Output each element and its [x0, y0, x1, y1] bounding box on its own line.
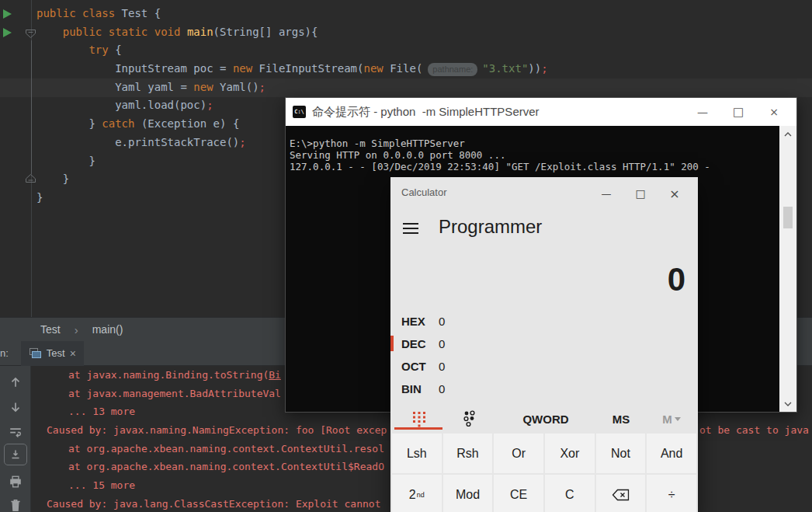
- code-token: FileInputStream(: [252, 62, 363, 75]
- console-window-icon: [29, 347, 42, 359]
- radix-value: 0: [439, 337, 445, 350]
- full-keypad-icon: [411, 410, 427, 427]
- calc-minimize-button[interactable]: —: [589, 177, 623, 210]
- cmd-minimize-button[interactable]: —: [685, 98, 720, 126]
- backspace-icon: [612, 489, 630, 501]
- code-token: "3.txt": [482, 62, 528, 75]
- breadcrumb-method[interactable]: main(): [92, 323, 123, 336]
- code-token: ;: [239, 136, 245, 148]
- cmd-window-title: 命令提示符 - python -m SimpleHTTPServer: [312, 105, 540, 120]
- run-main-gutter-icon[interactable]: [3, 28, 12, 37]
- parameter-hint: pathname:: [428, 63, 477, 76]
- calc-btn-not[interactable]: Not: [596, 434, 646, 473]
- calc-btn-second[interactable]: 2nd: [392, 475, 442, 512]
- cmd-scrollbar-thumb[interactable]: [783, 207, 793, 228]
- code-token: }: [36, 155, 95, 167]
- scroll-down-icon[interactable]: [779, 397, 796, 410]
- calculator-keypad: LshRshOrXorNotAnd2ndModCEC÷: [392, 434, 696, 512]
- cmd-app-icon: C:\: [293, 106, 306, 118]
- calc-btn-and[interactable]: And: [647, 434, 696, 473]
- run-panel-label: n:: [0, 347, 9, 359]
- print-icon[interactable]: [9, 475, 23, 489]
- calc-btn-clear-entry[interactable]: CE: [494, 475, 543, 512]
- calc-btn-clear[interactable]: C: [545, 475, 595, 512]
- cmd-maximize-button[interactable]: □: [720, 98, 756, 126]
- stacktrace-text: ... 13 more: [68, 406, 135, 417]
- calculator-title: Calculator: [401, 186, 447, 198]
- word-size-button[interactable]: QWORD: [495, 406, 596, 432]
- scroll-to-end-icon: [9, 448, 22, 461]
- calculator-titlebar[interactable]: Calculator — □ ×: [390, 177, 698, 210]
- radix-row-dec[interactable]: DEC0: [390, 333, 698, 355]
- chevron-down-icon: [675, 417, 681, 421]
- code-token: ;: [259, 81, 265, 93]
- code-token: yaml.load(poc): [36, 99, 206, 111]
- console-toolbar: [0, 366, 31, 512]
- calc-btn-label: Lsh: [407, 447, 427, 461]
- calc-btn-or[interactable]: Or: [494, 434, 543, 473]
- radix-value: 0: [439, 382, 445, 395]
- calc-btn-mod[interactable]: Mod: [443, 475, 493, 512]
- cmd-scrollbar[interactable]: [779, 126, 796, 412]
- calc-btn-xor[interactable]: Xor: [545, 434, 595, 473]
- radix-label: HEX: [401, 315, 439, 328]
- code-token: [36, 26, 63, 38]
- run-tab-title: Test: [47, 347, 65, 359]
- code-token: new: [233, 62, 252, 75]
- fold-range-line: [31, 40, 32, 174]
- stacktrace-text: at javax.management.BadAttributeVal: [68, 388, 281, 399]
- breadcrumb-class[interactable]: Test: [40, 323, 61, 336]
- bit-toggle-icon: [463, 410, 477, 427]
- code-line: public class Test {: [36, 5, 548, 23]
- calc-btn-backspace[interactable]: [596, 475, 646, 512]
- menu-hamburger-icon[interactable]: [403, 223, 418, 234]
- code-line: try {: [36, 41, 548, 60]
- scroll-to-end-button[interactable]: [4, 444, 27, 465]
- calc-btn-divide[interactable]: ÷: [647, 475, 696, 512]
- radix-row-hex[interactable]: HEX0: [390, 310, 698, 333]
- calc-btn-label: CE: [510, 488, 527, 502]
- fold-collapse-icon[interactable]: [25, 29, 36, 39]
- memory-flyout-button[interactable]: M: [647, 406, 696, 432]
- calc-close-button[interactable]: ×: [658, 177, 692, 210]
- run-class-gutter-icon[interactable]: [3, 9, 12, 19]
- scroll-up-icon[interactable]: [779, 127, 796, 141]
- selected-radix-indicator: [390, 336, 394, 351]
- stacktrace-link[interactable]: Bi: [269, 369, 281, 381]
- prev-trace-up-icon[interactable]: [9, 375, 23, 389]
- fold-collapse-end-icon[interactable]: [25, 173, 36, 183]
- radix-row-oct[interactable]: OCT0: [390, 355, 698, 378]
- calc-btn-rsh[interactable]: Rsh: [443, 434, 493, 473]
- run-tab-test[interactable]: Test ×: [21, 341, 84, 366]
- radix-value: 0: [439, 315, 445, 328]
- code-token: [36, 44, 88, 56]
- calc-btn-lsh[interactable]: Lsh: [392, 434, 442, 473]
- soft-wrap-icon[interactable]: [9, 425, 23, 439]
- stacktrace-text: ... 15 more: [68, 479, 135, 491]
- code-token: }: [36, 117, 102, 130]
- stacktrace-text: at org.apache.xbean.naming.context.Conte…: [68, 443, 384, 455]
- code-token: main: [187, 26, 213, 38]
- radix-row-bin[interactable]: BIN0: [390, 378, 698, 400]
- code-token: e.printStackTrace(): [36, 136, 239, 148]
- calc-maximize-button[interactable]: □: [623, 177, 658, 210]
- code-token: try: [88, 44, 108, 56]
- cmd-output-line: E:\>python -m SimpleHTTPServer: [290, 138, 779, 150]
- console-overflow-text: ot be cast to java: [699, 421, 809, 440]
- code-token: )): [528, 62, 541, 75]
- cmd-titlebar[interactable]: C:\ 命令提示符 - python -m SimpleHTTPServer —…: [286, 98, 796, 126]
- calc-btn-label: Not: [611, 447, 630, 461]
- cmd-close-button[interactable]: ×: [756, 98, 792, 126]
- stacktrace-text: at org.apache.xbean.naming.context.Conte…: [68, 461, 384, 472]
- memory-store-button[interactable]: MS: [596, 406, 646, 432]
- stacktrace-text: Caused by: java.lang.ClassCastException:…: [47, 498, 380, 510]
- desktop: public class Test { public static void m…: [0, 0, 812, 512]
- code-token: {: [109, 44, 122, 56]
- close-tab-icon[interactable]: ×: [70, 347, 76, 360]
- calculator-window[interactable]: Calculator — □ × Programmer 0 HEX0DEC0OC…: [390, 177, 698, 512]
- bit-toggle-keypad-button[interactable]: [445, 406, 494, 432]
- calc-btn-label: Rsh: [456, 447, 478, 461]
- clear-console-trash-icon[interactable]: [9, 498, 23, 512]
- next-trace-down-icon[interactable]: [9, 400, 23, 414]
- calc-btn-label: Mod: [456, 488, 480, 502]
